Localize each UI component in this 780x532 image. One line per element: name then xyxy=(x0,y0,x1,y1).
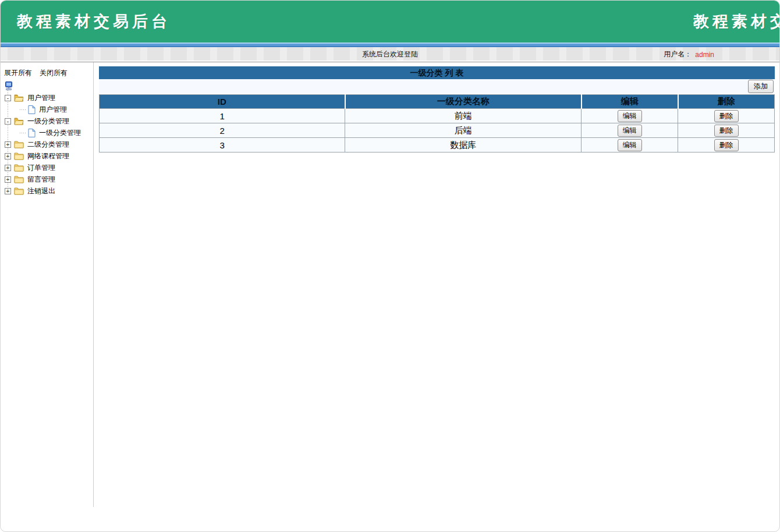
app-header: 教程素材交易后台 教程素材交易后台 xyxy=(1,1,779,42)
document-icon xyxy=(28,129,36,137)
row-id-cell: 2 xyxy=(100,123,345,138)
table-row: 2后端编辑删除 xyxy=(100,123,775,138)
main-panel: 一级分类 列 表 添加 ID 一级分类名称 编辑 删除 1前端编辑删除2后端编辑… xyxy=(94,62,779,531)
header-divider-stripe xyxy=(1,42,779,47)
expand-toggle-icon[interactable]: + xyxy=(5,188,11,194)
col-header-id: ID xyxy=(100,95,345,109)
panel-title: 一级分类 列 表 xyxy=(99,66,775,79)
row-name-cell: 后端 xyxy=(345,123,582,138)
row-delete-cell: 删除 xyxy=(678,123,775,138)
add-button[interactable]: 添加 xyxy=(748,80,774,93)
delete-button[interactable]: 删除 xyxy=(714,139,739,151)
tree-connector xyxy=(20,109,27,110)
tree-node[interactable]: +网络课程管理 xyxy=(3,150,93,162)
username-value: admin xyxy=(695,51,714,59)
tree-controls: 展开所有 关闭所有 xyxy=(3,68,93,78)
tree-node-label[interactable]: 网络课程管理 xyxy=(27,151,69,161)
tree-node[interactable]: -一级分类管理 xyxy=(3,115,93,127)
collapse-toggle-icon[interactable]: - xyxy=(5,118,11,125)
delete-button[interactable]: 删除 xyxy=(714,125,739,137)
folder-closed-icon xyxy=(14,187,24,195)
row-delete-cell: 删除 xyxy=(678,138,775,152)
computer-icon xyxy=(4,81,13,91)
tree-child-node[interactable]: 用户管理 xyxy=(3,104,93,115)
username-display: 用户名： admin xyxy=(664,47,714,62)
edit-button[interactable]: 编辑 xyxy=(618,139,642,151)
table-header-row: ID 一级分类名称 编辑 删除 xyxy=(100,95,775,109)
category-table: ID 一级分类名称 编辑 删除 1前端编辑删除2后端编辑删除3数据库编辑删除 xyxy=(99,94,775,152)
app-title-right: 教程素材交易后台 xyxy=(693,11,779,32)
tree-node-label[interactable]: 注销退出 xyxy=(27,186,55,196)
edit-button[interactable]: 编辑 xyxy=(618,125,642,137)
tree-connector xyxy=(20,133,27,133)
expand-toggle-icon[interactable]: + xyxy=(5,153,11,159)
collapse-all-link[interactable]: 关闭所有 xyxy=(40,68,68,78)
row-id-cell: 1 xyxy=(100,109,345,123)
content-area: 展开所有 关闭所有 -用户管理用户管理-一级分类管理一级分类管理+二级分类管理+… xyxy=(1,62,779,531)
col-header-delete: 删除 xyxy=(678,95,775,109)
folder-open-icon xyxy=(14,94,24,102)
tree-node-label[interactable]: 订单管理 xyxy=(27,163,55,173)
row-edit-cell: 编辑 xyxy=(582,109,678,123)
folder-open-icon xyxy=(14,117,24,125)
username-label: 用户名： xyxy=(664,49,692,59)
expand-toggle-icon[interactable]: + xyxy=(5,176,11,183)
folder-closed-icon xyxy=(14,140,24,148)
tree-node[interactable]: +注销退出 xyxy=(3,185,93,197)
row-name-cell: 前端 xyxy=(345,109,582,123)
col-header-name: 一级分类名称 xyxy=(345,95,582,109)
expand-toggle-icon[interactable]: + xyxy=(5,141,11,148)
folder-closed-icon xyxy=(14,152,24,160)
row-edit-cell: 编辑 xyxy=(582,138,678,152)
tree-node[interactable]: +留言管理 xyxy=(3,173,93,185)
tree-node-label[interactable]: 一级分类管理 xyxy=(39,128,81,138)
expand-all-link[interactable]: 展开所有 xyxy=(4,68,32,78)
collapse-toggle-icon[interactable]: - xyxy=(5,95,11,101)
delete-button[interactable]: 删除 xyxy=(714,110,739,122)
col-header-edit: 编辑 xyxy=(582,95,678,109)
tree-node[interactable]: +订单管理 xyxy=(3,162,93,173)
app-title-right-clip: 教程素材交易后台 xyxy=(693,11,779,32)
tree-node-label[interactable]: 用户管理 xyxy=(39,105,67,115)
document-icon xyxy=(28,105,36,114)
row-name-cell: 数据库 xyxy=(345,138,582,152)
row-edit-cell: 编辑 xyxy=(582,123,678,138)
tree-node-label[interactable]: 留言管理 xyxy=(27,175,55,185)
admin-window: 教程素材交易后台 教程素材交易后台 系统后台欢迎登陆 用户名： admin 展开… xyxy=(0,0,780,532)
table-row: 3数据库编辑删除 xyxy=(100,138,775,152)
status-bar: 系统后台欢迎登陆 用户名： admin xyxy=(1,47,779,62)
folder-closed-icon xyxy=(14,164,24,172)
welcome-text: 系统后台欢迎登陆 xyxy=(362,49,418,59)
tree-node-label[interactable]: 一级分类管理 xyxy=(27,116,69,126)
sidebar: 展开所有 关闭所有 -用户管理用户管理-一级分类管理一级分类管理+二级分类管理+… xyxy=(1,62,94,507)
row-id-cell: 3 xyxy=(100,138,345,152)
tree-node-label[interactable]: 用户管理 xyxy=(27,93,55,103)
toolbar-row: 添加 xyxy=(99,79,775,93)
row-delete-cell: 删除 xyxy=(678,109,775,123)
tree-node-label[interactable]: 二级分类管理 xyxy=(27,140,69,150)
nav-tree: -用户管理用户管理-一级分类管理一级分类管理+二级分类管理+网络课程管理+订单管… xyxy=(3,92,93,197)
expand-toggle-icon[interactable]: + xyxy=(5,165,11,171)
tree-node[interactable]: +二级分类管理 xyxy=(3,139,93,150)
folder-closed-icon xyxy=(14,175,24,183)
edit-button[interactable]: 编辑 xyxy=(618,110,642,122)
tree-child-node[interactable]: 一级分类管理 xyxy=(3,127,93,139)
app-title: 教程素材交易后台 xyxy=(1,11,171,32)
table-row: 1前端编辑删除 xyxy=(100,109,775,123)
tree-node[interactable]: -用户管理 xyxy=(3,92,93,104)
